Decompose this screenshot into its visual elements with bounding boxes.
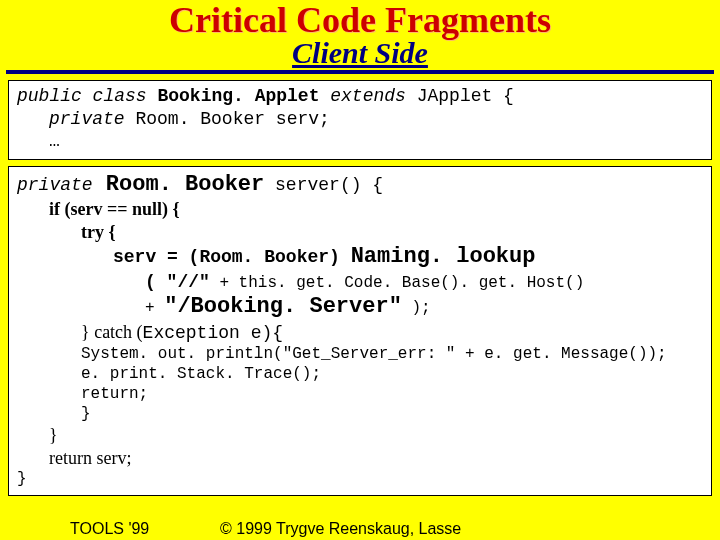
code-line: try { [17, 221, 703, 244]
code-line: } [17, 404, 703, 424]
footer-left: TOOLS '99 [70, 520, 149, 538]
catch-tail: Exception e){ [143, 323, 283, 343]
code-block-2: private Room. Booker server() { if (serv… [8, 166, 712, 497]
code-line: } catch (Exception e){ [17, 321, 703, 345]
code-line: serv = (Room. Booker) Naming. lookup [17, 243, 703, 271]
catch-lead: } catch ( [81, 322, 143, 342]
kw-private: private [17, 175, 93, 195]
return-type: Room. Booker [93, 172, 265, 197]
code-tail: ); [402, 299, 431, 317]
slide-subtitle: Client Side [0, 36, 720, 70]
footer-right: © 1999 Trygve Reenskaug, Lasse [220, 520, 461, 538]
code-line: public class Booking. Applet extends JAp… [17, 85, 703, 108]
code-line: System. out. println("Get_Server_err: " … [17, 344, 703, 364]
code-tail: + this. get. Code. Base(). get. Host() [210, 274, 584, 292]
code-line: if (serv == null) { [17, 198, 703, 221]
code-line: private Room. Booker serv; [17, 108, 703, 131]
kw-public: public [17, 86, 82, 106]
code-line: … [17, 130, 703, 153]
kw-private: private [49, 109, 125, 129]
code-line: ( "//" + this. get. Code. Base(). get. H… [17, 271, 703, 294]
title-rule [6, 70, 714, 74]
code-lead: ( "//" [145, 272, 210, 292]
code-lead: serv = (Room. Booker) [113, 247, 351, 267]
class-name: Booking. Applet [157, 86, 319, 106]
code-tail: JApplet { [406, 86, 514, 106]
code-line: } [17, 469, 703, 489]
code-tail: Room. Booker serv; [125, 109, 330, 129]
code-line: return serv; [17, 447, 703, 470]
code-line: + "/Booking. Server" ); [17, 293, 703, 321]
code-line: } [17, 424, 703, 447]
slide-title: Critical Code Fragments [0, 2, 720, 38]
code-tail: server() { [264, 175, 383, 195]
call-name: Naming. lookup [351, 244, 536, 269]
code-line: private Room. Booker server() { [17, 171, 703, 199]
code-block-1: public class Booking. Applet extends JAp… [8, 80, 712, 160]
code-line: return; [17, 384, 703, 404]
code-line: e. print. Stack. Trace(); [17, 364, 703, 384]
string-literal: "/Booking. Server" [164, 294, 402, 319]
code-lead: + [145, 299, 164, 317]
kw-class: class [82, 86, 158, 106]
kw-extends: extends [319, 86, 405, 106]
